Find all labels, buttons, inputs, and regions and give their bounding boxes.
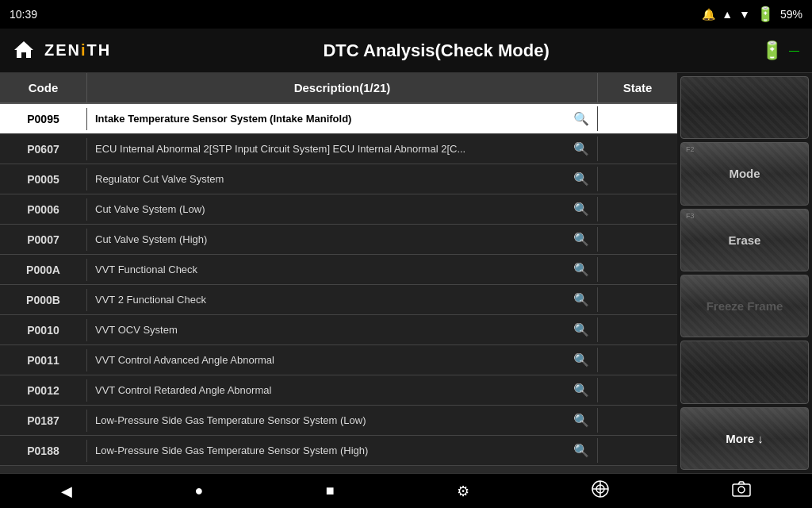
svg-marker-0 (14, 41, 33, 58)
cell-state (598, 325, 677, 335)
search-icon[interactable]: 🔍 (573, 413, 589, 428)
main-content: Code Description(1/21) State P0095Intake… (0, 73, 812, 473)
col-description: Description(1/21) (87, 73, 598, 102)
cell-description: Low-Pressure Side Gas Temperature Sensor… (87, 438, 598, 463)
search-icon[interactable]: 🔍 (573, 232, 589, 247)
home-button[interactable] (13, 40, 35, 62)
table-row[interactable]: P0007Cut Valve System (High)🔍 (0, 225, 677, 255)
description-text: VVT OCV System (95, 324, 569, 336)
search-icon[interactable]: 🔍 (573, 141, 589, 156)
f3-label: F3 (686, 212, 695, 220)
search-icon[interactable]: 🔍 (573, 383, 589, 398)
table-row[interactable]: P000AVVT Functional Check🔍 (0, 255, 677, 285)
cell-description: VVT 2 Functional Check🔍 (87, 287, 598, 312)
table-row[interactable]: P000BVVT 2 Functional Check🔍 (0, 285, 677, 315)
cell-state (598, 114, 677, 124)
home-nav-button[interactable]: ● (176, 476, 223, 506)
description-text: VVT 2 Functional Check (95, 294, 569, 306)
cell-description: VVT Control Advanced Angle Abnormal🔍 (87, 348, 598, 372)
cell-code: P0607 (0, 138, 87, 160)
table-body: P0095Intake Temperature Sensor System (I… (0, 104, 677, 466)
cell-code: P0010 (0, 319, 87, 341)
description-text: Cut Valve System (Low) (95, 203, 569, 215)
cell-state (598, 175, 677, 184)
time-display: 10:39 (10, 8, 37, 21)
cell-description: VVT OCV System🔍 (87, 318, 598, 342)
side-btn-empty1 (680, 76, 809, 139)
description-text: Regulator Cut Valve System (95, 173, 569, 185)
wifi-icon: ▲ (722, 8, 733, 21)
description-text: VVT Functional Check (95, 264, 569, 275)
table-area: Code Description(1/21) State P0095Intake… (0, 73, 677, 473)
search-icon[interactable]: 🔍 (573, 352, 589, 368)
cell-state (598, 416, 677, 425)
col-code: Code (0, 73, 87, 102)
side-btn-freezeframe: Freeze Frame (680, 275, 809, 337)
description-text: ECU Internal Abnormal 2[STP Input Circui… (95, 143, 569, 155)
cell-code: P000B (0, 289, 87, 311)
header-battery-extra: — (789, 44, 799, 56)
description-text: Low-Pressure Side Gas Temperature Sensor… (95, 414, 569, 426)
svg-point-6 (738, 487, 745, 493)
search-icon[interactable]: 🔍 (573, 111, 589, 126)
table-row[interactable]: P0005Regulator Cut Valve System🔍 (0, 164, 677, 194)
cell-state (598, 446, 677, 456)
col-state: State (598, 73, 677, 102)
table-row[interactable]: P0095Intake Temperature Sensor System (I… (0, 104, 677, 134)
header-right: 🔋 — (761, 40, 799, 61)
cell-description: Low-Pressure Side Gas Temperature Sensor… (87, 408, 598, 433)
cell-code: P0012 (0, 379, 87, 402)
table-row[interactable]: P0607ECU Internal Abnormal 2[STP Input C… (0, 134, 677, 164)
description-text: Low-Pressure Side Gas Temperature Sensor… (95, 444, 569, 456)
more-label: More ↓ (726, 432, 764, 445)
battery-icon: 🔋 (756, 6, 774, 23)
search-icon[interactable]: 🔍 (573, 292, 589, 307)
side-btn-mode[interactable]: F2 Mode (680, 142, 809, 205)
table-row[interactable]: P0010VVT OCV System🔍 (0, 315, 677, 345)
description-text: VVT Control Retarded Angle Abnormal (95, 384, 569, 396)
table-row[interactable]: P0012VVT Control Retarded Angle Abnormal… (0, 375, 677, 406)
cell-description: Regulator Cut Valve System🔍 (87, 167, 598, 191)
search-icon[interactable]: 🔍 (573, 443, 589, 458)
table-row[interactable]: P0188Low-Pressure Side Gas Temperature S… (0, 436, 677, 466)
cell-state (598, 235, 677, 244)
cell-state (598, 295, 677, 305)
cell-description: Cut Valve System (Low)🔍 (87, 197, 598, 221)
page-title: DTC Analysis(Check Mode) (111, 40, 761, 61)
settings-button[interactable]: ⚙ (438, 476, 488, 506)
back-button[interactable]: ◀ (42, 476, 91, 506)
description-text: VVT Control Advanced Angle Abnormal (95, 354, 569, 366)
header: ZENiTH DTC Analysis(Check Mode) 🔋 — (0, 29, 812, 73)
status-icons: 🔔 ▲ ▼ 🔋 59% (702, 6, 802, 23)
cell-code: P0187 (0, 410, 87, 432)
cell-code: P0095 (0, 108, 87, 130)
volume-icon: 🔔 (702, 8, 715, 21)
side-btn-more[interactable]: More ↓ (680, 407, 809, 470)
search-icon[interactable]: 🔍 (573, 262, 589, 277)
header-left: ZENiTH (13, 40, 111, 62)
table-row[interactable]: P0187Low-Pressure Side Gas Temperature S… (0, 406, 677, 436)
camera-button[interactable] (713, 474, 770, 508)
cell-description: VVT Functional Check🔍 (87, 257, 598, 282)
search-icon[interactable]: 🔍 (573, 171, 589, 187)
side-btn-empty2 (680, 341, 809, 403)
cell-code: P0011 (0, 349, 87, 371)
bottom-nav: ◀ ● ■ ⚙ (0, 473, 812, 508)
table-row[interactable]: P0006Cut Valve System (Low)🔍 (0, 194, 677, 225)
header-battery-icon: 🔋 (761, 40, 783, 61)
cell-code: P0007 (0, 229, 87, 251)
table-row[interactable]: P0011VVT Control Advanced Angle Abnormal… (0, 345, 677, 375)
cell-state (598, 144, 677, 154)
cell-code: P000A (0, 259, 87, 281)
search-icon[interactable]: 🔍 (573, 202, 589, 217)
search-icon[interactable]: 🔍 (573, 322, 589, 337)
browser-button[interactable] (573, 474, 628, 508)
recents-button[interactable]: ■ (307, 476, 354, 506)
signal-icon: ▼ (739, 8, 750, 21)
cell-code: P0006 (0, 198, 87, 221)
description-text: Cut Valve System (High) (95, 233, 569, 245)
side-btn-erase[interactable]: F3 Erase (680, 209, 809, 271)
cell-state (598, 386, 677, 395)
side-panel: F2 Mode F3 Erase Freeze Frame More ↓ (677, 73, 812, 473)
erase-label: Erase (729, 233, 761, 247)
